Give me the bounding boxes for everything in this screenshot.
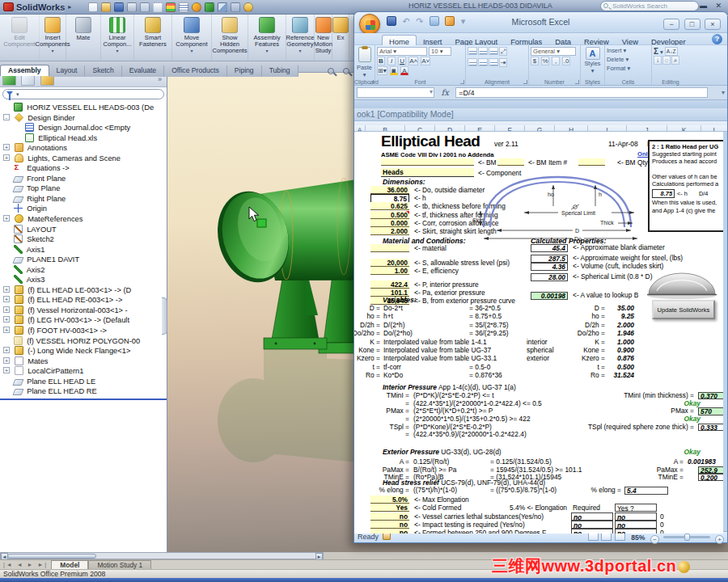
tree-item[interactable]: + LocalCirPattern1 <box>0 366 167 377</box>
tree-item[interactable]: Right Plane <box>0 194 167 205</box>
help-button[interactable]: ? <box>712 34 722 44</box>
expand-toggle-icon[interactable]: + <box>3 327 10 333</box>
result-cell[interactable]: 5.4 <box>624 487 668 495</box>
sw-tab[interactable]: Layout <box>49 65 86 77</box>
find-select-button[interactable]: ⌕ <box>671 56 679 65</box>
sw-tab[interactable]: Piping <box>227 65 262 77</box>
macro-record-icon[interactable] <box>383 533 391 540</box>
close-button[interactable]: × <box>705 19 721 30</box>
input-cell[interactable]: 2.000 <box>370 227 409 235</box>
format-cells-button[interactable]: Format ▾ <box>607 65 650 74</box>
increase-decimal-button[interactable]: .0 <box>562 57 570 65</box>
font-color-button[interactable]: A <box>400 66 408 75</box>
appearance-icon[interactable] <box>192 2 201 12</box>
column-header[interactable]: F <box>495 125 525 132</box>
expand-toggle-icon[interactable]: + <box>3 306 10 313</box>
insert-cells-button[interactable]: Insert ▾ <box>607 47 650 56</box>
column-header[interactable]: H <box>555 125 588 132</box>
tree-item[interactable]: Front Plane <box>0 174 167 184</box>
selection-filter-icon[interactable] <box>231 2 240 12</box>
tree-item[interactable]: + (f) LEG HV-003<1> -> (Default <box>0 315 167 326</box>
minimize-button[interactable]: − <box>663 19 679 30</box>
input-cell[interactable]: no <box>370 512 409 521</box>
input-cell[interactable]: 422.4 <box>370 280 409 289</box>
sort-filter-button[interactable]: A↓Z <box>665 47 678 56</box>
input-cell[interactable]: 1.00 <box>370 267 409 275</box>
expand-toggle-icon[interactable]: + <box>3 347 10 353</box>
panel-splitter-grip[interactable] <box>162 297 167 335</box>
tree-item[interactable]: Elliptical Head.xls <box>0 133 167 144</box>
tree-item[interactable]: Axis1 <box>0 245 167 255</box>
styles-button[interactable]: Styles ▾ <box>582 60 603 74</box>
bold-button[interactable]: B <box>377 57 385 65</box>
expand-toggle-icon[interactable]: + <box>3 296 10 302</box>
h-value-cell[interactable]: 8.75 <box>652 189 675 198</box>
tree-item[interactable]: + (f) Vessel Horizontal-003<1> - <box>0 306 167 316</box>
zoom-in-button[interactable]: + <box>715 535 724 544</box>
flag-cell-2[interactable]: Yes ? <box>615 504 657 512</box>
font-name-select[interactable]: Arial ▾ <box>377 47 427 56</box>
expand-toggle-icon[interactable]: + <box>3 286 10 293</box>
tree-item[interactable]: + (f) ELL HEAD RE-003<1> -> <box>0 295 167 306</box>
tree-filter-input[interactable]: ▾ <box>2 89 164 99</box>
tree-item[interactable]: Equations -> <box>0 163 167 174</box>
print-icon[interactable] <box>127 2 137 12</box>
grow-font-button[interactable]: A˄ <box>408 57 418 65</box>
italic-button[interactable]: I <box>387 57 396 65</box>
merge-center-button[interactable]: ⇥ <box>499 58 507 67</box>
smart-fasteners-button[interactable]: Smart Fasteners <box>134 15 172 60</box>
fill-color-button[interactable]: ◙ <box>390 66 398 75</box>
formula-input[interactable]: =D/4 <box>455 87 708 98</box>
shrink-font-button[interactable]: A˅ <box>421 57 430 65</box>
zoom-slider-thumb[interactable] <box>684 534 690 541</box>
assembly-features-button[interactable]: Assembly Features ▾ <box>248 15 286 60</box>
tree-item[interactable]: PLANE1 DAVIT <box>0 255 167 265</box>
new-document-icon[interactable] <box>88 2 98 12</box>
tree-item[interactable]: HORIZ VESSEL ELL HEADS-003 (De <box>0 103 167 113</box>
move-component-button[interactable]: Move Component ▾ <box>172 15 212 60</box>
mate-button[interactable]: Mate <box>66 15 101 60</box>
tree-item[interactable]: + Annotations <box>0 143 167 154</box>
flag-cell-2[interactable]: no <box>615 512 657 521</box>
underline-button[interactable]: U <box>398 57 406 65</box>
viewport-hscrollbar[interactable]: ◄ ► <box>0 552 324 559</box>
result-cell[interactable]: 0.370 <box>698 392 723 399</box>
clear-button[interactable]: ◌ <box>662 56 671 65</box>
expand-formula-bar-icon[interactable]: ▾ <box>722 89 725 96</box>
update-solidworks-button[interactable]: Update SolidWorks <box>652 300 715 319</box>
paste-icon[interactable] <box>358 47 371 62</box>
column-header[interactable]: J <box>627 125 667 132</box>
open-icon[interactable] <box>101 2 111 12</box>
tree-item[interactable]: LAYOUT <box>0 225 167 235</box>
sw-tab[interactable]: Tubing <box>262 65 298 77</box>
comma-button[interactable]: , <box>552 57 560 65</box>
result-cell[interactable]: 287.5 <box>531 255 568 263</box>
save-icon[interactable] <box>114 2 124 12</box>
percent-button[interactable]: % <box>541 57 549 65</box>
expand-toggle-icon[interactable]: + <box>3 367 10 373</box>
dialog-launcher-icon[interactable] <box>523 80 527 84</box>
result-cell[interactable]: 0.001983 <box>688 458 716 466</box>
align-center-button[interactable] <box>478 58 488 66</box>
tree-item[interactable]: - Design Binder <box>0 113 167 124</box>
input-cell[interactable]: 0.000 <box>370 219 409 227</box>
column-header[interactable]: K <box>667 125 701 132</box>
tree-item[interactable]: + Mates <box>0 356 167 367</box>
align-right-button[interactable] <box>489 58 498 66</box>
expand-toggle-icon[interactable]: + <box>3 215 10 221</box>
expand-toggle-icon[interactable]: + <box>3 144 10 150</box>
expand-toggle-icon[interactable]: - <box>3 114 10 120</box>
new-motion-study-button[interactable]: New Motion Study <box>315 15 332 60</box>
result-cell[interactable]: 45.4 <box>531 244 568 252</box>
autosum-button[interactable]: Σ <box>654 47 658 56</box>
tree-item[interactable]: Origin <box>0 204 167 214</box>
column-header[interactable]: C <box>405 125 435 132</box>
column-header[interactable]: L <box>701 125 727 132</box>
tree-item[interactable]: Axis2 <box>0 265 167 276</box>
bm-qty-input-cell[interactable] <box>578 158 605 166</box>
normal-view-button[interactable] <box>588 533 599 541</box>
currency-button[interactable]: $ <box>531 57 539 65</box>
dialog-launcher-icon[interactable] <box>575 80 579 84</box>
zoom-icon[interactable] <box>328 68 334 74</box>
flag-cell-1[interactable]: no <box>571 512 613 521</box>
